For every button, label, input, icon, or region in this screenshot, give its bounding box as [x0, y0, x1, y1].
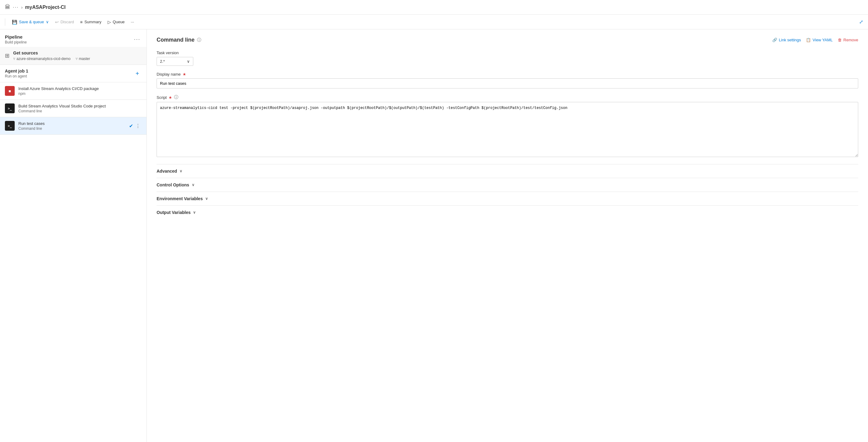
sources-repo: ⑂ azure-streamanalytics-cicd-demo: [13, 57, 71, 61]
remove-icon: 🗑: [838, 38, 842, 42]
summary-button[interactable]: ≡ Summary: [77, 18, 104, 26]
npm-icon: ■: [5, 86, 15, 96]
script-group: Script ★ ⓘ azure-streamanalytics-cicd te…: [157, 95, 858, 158]
display-name-group: Display name ★: [157, 72, 858, 88]
task-run-subtitle: Command line: [18, 126, 125, 131]
pipeline-menu-button[interactable]: ···: [133, 35, 142, 44]
cmd-actions: 🔗 Link settings 📋 View YAML 🗑 Remove: [772, 38, 858, 42]
queue-icon: ▷: [108, 20, 111, 25]
breadcrumb-dots[interactable]: ···: [13, 5, 19, 10]
output-vars-chevron: ∨: [193, 210, 196, 214]
yaml-icon: 📋: [806, 38, 811, 42]
task-run-title: Run test cases: [18, 121, 125, 126]
summary-label: Summary: [85, 20, 101, 24]
script-info-icon[interactable]: ⓘ: [174, 95, 178, 100]
remove-label: Remove: [843, 38, 858, 42]
advanced-chevron: ∨: [180, 169, 182, 173]
display-name-required: ★: [183, 72, 186, 77]
breadcrumb-chevron: ›: [21, 5, 23, 10]
toolbar: 💾 Save & queue ∨ ↩ Discard ≡ Summary ▷ Q…: [0, 15, 868, 29]
output-vars-section[interactable]: Output Variables ∨: [157, 205, 858, 219]
pipeline-info: Pipeline Build pipeline: [5, 34, 27, 45]
view-yaml-button[interactable]: 📋 View YAML: [806, 38, 833, 42]
agent-job-subtitle: Run on agent: [5, 74, 28, 78]
output-vars-header: Output Variables ∨: [157, 210, 858, 215]
discard-icon: ↩: [55, 20, 59, 25]
control-options-section[interactable]: Control Options ∨: [157, 178, 858, 191]
expand-button[interactable]: ⤢: [859, 19, 863, 25]
pipeline-subtitle: Build pipeline: [5, 40, 27, 45]
cmd-header: Command line ⓘ 🔗 Link settings 📋 View YA…: [157, 37, 858, 43]
agent-job-info: Agent job 1 Run on agent: [5, 68, 28, 78]
discard-button[interactable]: ↩ Discard: [52, 18, 77, 26]
cmd-title-area: Command line ⓘ: [157, 37, 201, 43]
agent-job-title: Agent job 1: [5, 68, 28, 73]
script-label: Script ★ ⓘ: [157, 95, 858, 100]
remove-button[interactable]: 🗑 Remove: [838, 38, 858, 42]
advanced-label: Advanced: [157, 169, 177, 174]
output-vars-label: Output Variables: [157, 210, 190, 215]
pipeline-header: Pipeline Build pipeline ···: [0, 29, 147, 47]
task-version-group: Task version 2.* ∨: [157, 51, 858, 66]
env-vars-header: Environment Variables ∨: [157, 196, 858, 201]
right-panel: Command line ⓘ 🔗 Link settings 📋 View YA…: [147, 29, 868, 442]
task-version-chevron: ∨: [187, 59, 190, 64]
task-run-actions: ✔ ⋮: [129, 122, 142, 130]
cmd-info-icon[interactable]: ⓘ: [197, 37, 201, 43]
task-version-dropdown[interactable]: 2.* ∨: [157, 57, 193, 66]
task-build-info: Build Stream Analytics Visual Studio Cod…: [18, 104, 142, 113]
save-queue-label: Save & queue: [19, 20, 44, 24]
link-settings-label: Link settings: [779, 38, 801, 42]
task-item-install[interactable]: ■ Install Azure Stream Analytics CI/CD p…: [0, 82, 147, 100]
env-vars-section[interactable]: Environment Variables ∨: [157, 191, 858, 205]
add-task-button[interactable]: +: [133, 69, 142, 78]
cmd-title: Command line: [157, 37, 194, 43]
pipeline-title: Pipeline: [5, 34, 27, 39]
sources-branch: ⑂ master: [75, 57, 90, 61]
env-vars-label: Environment Variables: [157, 196, 203, 201]
save-queue-button[interactable]: 💾 Save & queue ∨: [9, 18, 52, 26]
display-name-input[interactable]: [157, 78, 858, 88]
display-name-label: Display name ★: [157, 72, 858, 77]
task-check-icon: ✔: [129, 123, 133, 129]
link-icon: 🔗: [772, 38, 777, 42]
sources-meta: ⑂ azure-streamanalytics-cicd-demo ⑂ mast…: [13, 57, 90, 61]
task-item-build[interactable]: >_ Build Stream Analytics Visual Studio …: [0, 100, 147, 117]
advanced-header: Advanced ∨: [157, 169, 858, 174]
task-install-info: Install Azure Stream Analytics CI/CD pac…: [18, 86, 142, 96]
save-queue-chevron: ∨: [46, 20, 49, 24]
summary-icon: ≡: [80, 20, 83, 25]
sources-info: Get sources ⑂ azure-streamanalytics-cicd…: [13, 51, 90, 61]
task-build-subtitle: Command line: [18, 109, 142, 113]
branch-icon: ⑂: [75, 57, 78, 61]
page-title: myASAProject-CI: [25, 5, 65, 10]
env-vars-chevron: ∨: [205, 197, 208, 201]
task-version-label: Task version: [157, 51, 858, 55]
script-textarea[interactable]: azure-streamanalytics-cicd test -project…: [157, 102, 858, 157]
task-version-value: 2.*: [160, 59, 165, 64]
repo-icon: ⑂: [13, 57, 15, 61]
main-layout: Pipeline Build pipeline ··· ⊞ Get source…: [0, 29, 868, 442]
control-options-label: Control Options: [157, 182, 189, 187]
top-bar: 🏛 ··· › myASAProject-CI: [0, 0, 868, 15]
link-settings-button[interactable]: 🔗 Link settings: [772, 38, 801, 42]
queue-button[interactable]: ▷ Queue: [104, 18, 128, 26]
agent-job-section[interactable]: Agent job 1 Run on agent +: [0, 65, 147, 82]
discard-label: Discard: [61, 20, 74, 24]
cmd-icon-build: >_: [5, 104, 15, 113]
view-yaml-label: View YAML: [813, 38, 833, 42]
save-icon: 💾: [12, 20, 17, 25]
get-sources-section[interactable]: ⊞ Get sources ⑂ azure-streamanalytics-ci…: [0, 47, 147, 65]
more-dots: ···: [131, 20, 134, 24]
cmd-icon-run: >_: [5, 121, 15, 131]
advanced-section[interactable]: Advanced ∨: [157, 164, 858, 178]
left-panel: Pipeline Build pipeline ··· ⊞ Get source…: [0, 29, 147, 442]
task-install-title: Install Azure Stream Analytics CI/CD pac…: [18, 86, 142, 91]
task-kebab-button[interactable]: ⋮: [134, 122, 142, 130]
task-item-run-tests[interactable]: >_ Run test cases Command line ✔ ⋮: [0, 117, 147, 135]
task-run-info: Run test cases Command line: [18, 121, 125, 131]
task-install-subtitle: npm: [18, 91, 142, 96]
queue-label: Queue: [113, 20, 125, 24]
more-menu-button[interactable]: ···: [128, 18, 137, 26]
script-required: ★: [168, 95, 172, 100]
